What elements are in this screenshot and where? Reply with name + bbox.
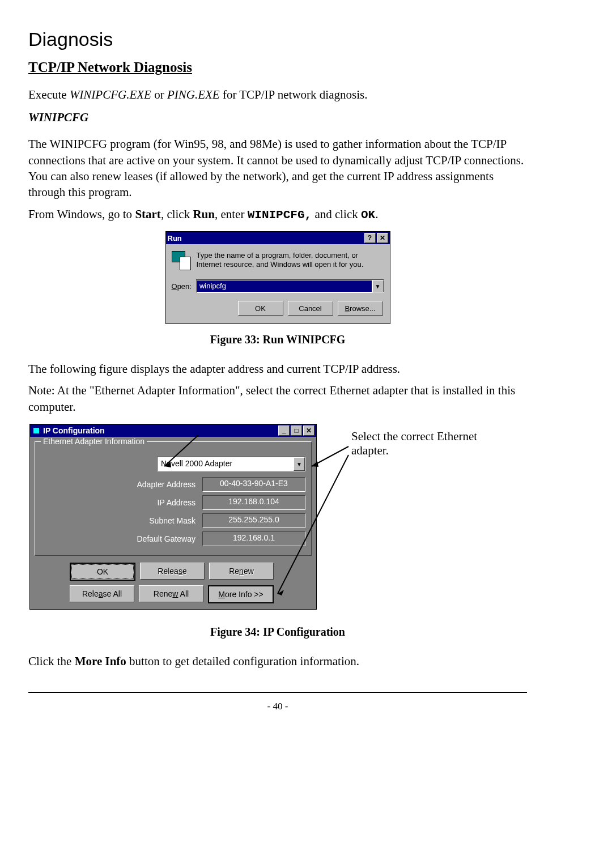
ok-button[interactable]: OK <box>238 301 283 316</box>
figure-33-caption: Figure 33: Run WINIPCFG <box>28 333 527 346</box>
intro-paragraph: Execute WINIPCFG.EXE or PING.EXE for TCP… <box>28 87 527 103</box>
text: Execute <box>28 88 70 101</box>
run-instruction: From Windows, go to Start, click Run, en… <box>28 206 527 223</box>
command-text: WINIPCFG, <box>248 209 312 222</box>
run-description: Type the name of a program, folder, docu… <box>197 251 384 270</box>
start-menu: Start <box>135 207 161 221</box>
callout-text: Select the correct Ethernet adapter. <box>351 429 510 458</box>
open-value[interactable]: winipcfg <box>197 280 372 292</box>
text: From Windows, go to <box>28 207 135 221</box>
winipcfg-description: The WINIPCFG program (for Win95, 98, and… <box>28 136 527 200</box>
run-title: Run <box>168 234 363 242</box>
browse-button[interactable]: Browse... <box>338 301 383 316</box>
text: , enter <box>215 207 248 221</box>
svg-line-2 <box>278 455 348 594</box>
text: , click <box>161 207 193 221</box>
dropdown-icon[interactable]: ▼ <box>372 280 384 292</box>
footer-rule <box>28 692 527 693</box>
text: . <box>375 207 378 221</box>
run-menu: Run <box>193 207 215 221</box>
close-button[interactable]: ✕ <box>377 233 388 243</box>
adapter-paragraph: The following figure displays the adapte… <box>28 361 527 377</box>
svg-marker-1 <box>312 461 318 467</box>
figure-34-caption: Figure 34: IP Configuration <box>28 626 527 639</box>
exe-name: PING.EXE <box>167 88 220 101</box>
run-dialog: Run ? ✕ Type the name of a program, fold… <box>165 231 390 324</box>
text: and click <box>312 207 361 221</box>
exe-name: WINIPCFG.EXE <box>70 88 151 101</box>
help-button[interactable]: ? <box>364 233 376 243</box>
note-paragraph: Note: At the "Ethernet Adapter Informati… <box>28 382 527 415</box>
text: or <box>151 88 167 101</box>
run-titlebar: Run ? ✕ <box>166 232 390 244</box>
page-title: Diagnosis <box>28 28 527 50</box>
svg-line-4 <box>164 435 198 466</box>
ok-text: OK <box>361 209 375 222</box>
text: button to get detailed configuration inf… <box>126 654 359 668</box>
open-label: Open: <box>172 282 192 291</box>
page-number: - 40 - <box>28 701 527 712</box>
more-info-paragraph: Click the More Info button to get detail… <box>28 653 527 669</box>
section-title: TCP/IP Network Diagnosis <box>28 59 527 75</box>
subsection-title: WINIPCFG <box>28 110 527 125</box>
text: Click the <box>28 654 75 668</box>
cancel-button[interactable]: Cancel <box>288 301 333 316</box>
run-icon <box>172 251 191 270</box>
more-info-text: More Info <box>75 654 126 668</box>
open-combo[interactable]: winipcfg ▼ <box>196 279 384 293</box>
text: for TCP/IP network diagnosis. <box>220 88 368 101</box>
